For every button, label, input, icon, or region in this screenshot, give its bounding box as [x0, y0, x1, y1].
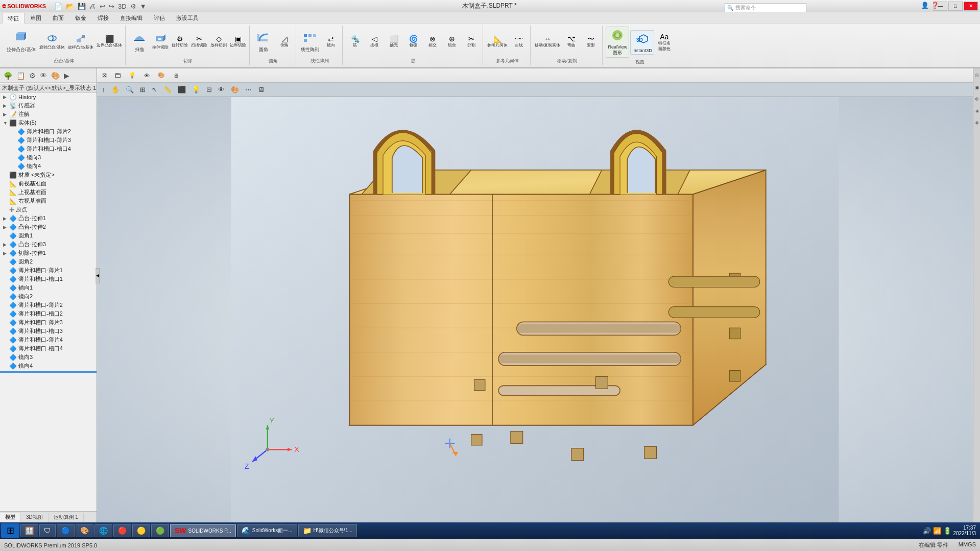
tab-surface[interactable]: 曲面 — [47, 13, 69, 23]
taskbar-solidworks2[interactable]: 🌊 SolidWorks面一... — [237, 524, 297, 537]
fillet-button[interactable]: 圆角 — [253, 29, 274, 54]
help-icon[interactable]: ❓ — [931, 2, 939, 9]
view-appear-icon[interactable]: 🎨 — [229, 85, 241, 94]
tree-item-right-plane[interactable]: 📐 右视基准面 — [0, 197, 97, 205]
deform-button[interactable]: ⌥ 弯曲 — [562, 35, 581, 49]
t2-hide-icon[interactable]: 👁 — [141, 71, 153, 80]
realview-button[interactable]: RealView图形 — [606, 27, 629, 58]
view-zoom-icon[interactable]: 🔍 — [124, 85, 135, 94]
t2-light-icon[interactable]: 💡 — [126, 71, 139, 80]
rs-icon-5[interactable]: ❖ — [974, 118, 979, 128]
tree-item-cut1[interactable]: ▶ 🔷 切除-拉伸1 — [0, 249, 97, 257]
user-icon[interactable]: 👤 — [921, 2, 929, 9]
extrude-cut-button[interactable]: 拉伸切除 — [151, 33, 170, 51]
maximize-button[interactable]: □ — [948, 2, 963, 11]
combine-button[interactable]: ⊕ 组合 — [443, 35, 461, 49]
tree-item-fillet1[interactable]: 🔷 圆角1 — [0, 231, 97, 240]
start-button[interactable]: ⊞ — [1, 523, 19, 538]
chamfer-button[interactable]: ◿ 倒角 — [275, 35, 294, 49]
tree-item-history[interactable]: ▶ 🕐 History — [0, 93, 97, 101]
revolve-cut-button[interactable]: ⚙ 旋转切除 — [171, 35, 189, 49]
tray-battery-icon[interactable]: 🔋 — [943, 527, 951, 535]
boundary-cut-button[interactable]: ▣ 边界切除 — [229, 35, 247, 49]
rs-icon-2[interactable]: ▣ — [974, 83, 979, 92]
wrap-button[interactable]: 🌀 包覆 — [404, 35, 422, 49]
tree-item-sensor[interactable]: ▶ 📡 传感器 — [0, 101, 97, 110]
instant3d-button[interactable]: 3D Instant3D — [630, 30, 654, 55]
ref-geom-button[interactable]: 📐 参考几何体 — [486, 35, 509, 49]
extrude-boss-button[interactable]: 拉伸凸台/基体 — [5, 29, 37, 54]
tree-item-mirror3b[interactable]: 🔷 镜向3 — [0, 353, 97, 362]
taskbar-explorer[interactable]: 🪟 — [20, 524, 38, 537]
rib-button[interactable]: 🔩 筋 — [346, 35, 364, 49]
panel-expand-icon[interactable]: ▶ — [62, 70, 71, 81]
undo-button[interactable]: ↩ — [99, 3, 106, 10]
taskbar-red-app[interactable]: 🔴 — [113, 524, 131, 537]
rs-icon-3[interactable]: ⊕ — [974, 95, 979, 103]
view-zoom-fit-icon[interactable]: ⊞ — [138, 85, 147, 94]
tree-item-slot4[interactable]: 🔷 薄片和槽口-槽口4 — [0, 145, 97, 153]
tab-direct-edit[interactable]: 直接编辑 — [114, 13, 148, 23]
panel-tab-model[interactable]: 模型 — [0, 513, 21, 522]
view-select-icon[interactable]: ↖ — [150, 85, 159, 94]
tree-item-mirror4[interactable]: 🔷 镜向4 — [0, 162, 97, 171]
taskbar-web[interactable]: 🌐 — [94, 524, 112, 537]
view-up-icon[interactable]: ↑ — [100, 85, 107, 94]
view-screen-icon[interactable]: 🖥 — [256, 85, 266, 94]
rs-icon-4[interactable]: ◈ — [974, 106, 979, 115]
taskbar-yellow-app[interactable]: 🟡 — [132, 524, 150, 537]
view-more-icon[interactable]: ⋯ — [244, 85, 253, 94]
tree-item-mirror2[interactable]: 🔷 镜向2 — [0, 292, 97, 301]
panel-feature-icon[interactable]: 🌳 — [2, 70, 14, 81]
taskbar-folder[interactable]: 📁 H\微信公众号\1... — [298, 524, 357, 537]
scan-boss-button[interactable]: 扫描 — [129, 29, 150, 54]
tree-item-flange3[interactable]: 🔷 薄片和槽口-薄片3 — [0, 136, 97, 145]
tree-item-flange2[interactable]: 🔷 薄片和槽口-薄片2 — [0, 127, 97, 136]
tree-item-flange-b3[interactable]: 🔷 薄片和槽口-薄片3 — [0, 318, 97, 327]
t2-section-icon[interactable]: ⊠ — [99, 71, 110, 80]
panel-appear-icon[interactable]: 🎨 — [50, 70, 61, 81]
tree-item-boss3[interactable]: ▶ 🔷 凸台-拉伸3 — [0, 240, 97, 249]
loft-boss-button[interactable]: 放样凸台/基体 — [67, 33, 94, 51]
tree-item-fillet2[interactable]: 🔷 圆角2 — [0, 257, 97, 266]
tab-sketch[interactable]: 草图 — [25, 13, 47, 23]
draft-button[interactable]: ◁ 拔模 — [365, 35, 384, 49]
boundary-boss-button[interactable]: ⬛ 边界凸台/基体 — [95, 35, 123, 49]
viewport[interactable]: X Y Z — [97, 97, 973, 522]
panel-prop-icon[interactable]: 📋 — [15, 70, 27, 81]
tab-weld[interactable]: 焊接 — [92, 13, 114, 23]
tree-item-mirror3[interactable]: 🔷 镜向3 — [0, 153, 97, 162]
tree-item-mirror4b[interactable]: 🔷 镜向4 — [0, 362, 97, 370]
loft-cut-button[interactable]: ◇ 放样切割 — [209, 35, 228, 49]
tree-item-top-plane[interactable]: 📐 上视基准面 — [0, 188, 97, 197]
linear-pattern-button[interactable]: 线性阵列 — [299, 29, 321, 54]
curves-button[interactable]: 〰 曲线 — [510, 35, 528, 49]
taskbar-solidworks[interactable]: SW SOLIDWORKS P... — [170, 524, 236, 537]
intersect-button[interactable]: ⊗ 相交 — [423, 35, 442, 49]
panel-tab-motion[interactable]: 运动算例 1 — [49, 513, 84, 522]
view-hide-icon[interactable]: 👁 — [217, 85, 226, 94]
taskbar-shield[interactable]: 🛡 — [39, 524, 56, 537]
view-pan-icon[interactable]: ✋ — [110, 85, 121, 94]
tree-item-origin[interactable]: ✚ 原点 — [0, 205, 97, 214]
tray-network-icon[interactable]: 📶 — [933, 527, 941, 535]
tab-sheetmetal[interactable]: 钣金 — [69, 13, 92, 23]
open-button[interactable]: 📂 — [65, 3, 75, 10]
panel-config-icon[interactable]: ⚙ — [28, 70, 37, 81]
tab-design-tools[interactable]: 激设工具 — [171, 13, 204, 23]
print-button[interactable]: 🖨 — [88, 3, 97, 10]
view-section-icon[interactable]: ⊟ — [205, 85, 213, 94]
tree-item-annotation[interactable]: ▶ 📝 注解 — [0, 110, 97, 118]
t2-display-icon[interactable]: 🗔 — [112, 71, 124, 80]
mirror-button[interactable]: ⇄ 镜向 — [322, 35, 340, 49]
revolve-boss-button[interactable]: 旋转凸台/基体 — [38, 33, 66, 51]
3d-button[interactable]: 3D — [117, 3, 128, 10]
tree-item-boss1[interactable]: ▶ 🔷 凸台-拉伸1 — [0, 214, 97, 223]
tree-item-slot-b4[interactable]: 🔷 薄片和槽口-槽口4 — [0, 344, 97, 353]
tree-item-flange-b4[interactable]: 🔷 薄片和槽口-薄片4 — [0, 336, 97, 344]
tab-evaluate[interactable]: 评估 — [148, 13, 171, 23]
tree-item-mirror1[interactable]: 🔷 辅向1 — [0, 283, 97, 292]
dropdown-arrow[interactable]: ▼ — [139, 3, 148, 10]
view-measure-icon[interactable]: 📏 — [162, 85, 173, 94]
view-light-icon[interactable]: 💡 — [190, 85, 202, 94]
